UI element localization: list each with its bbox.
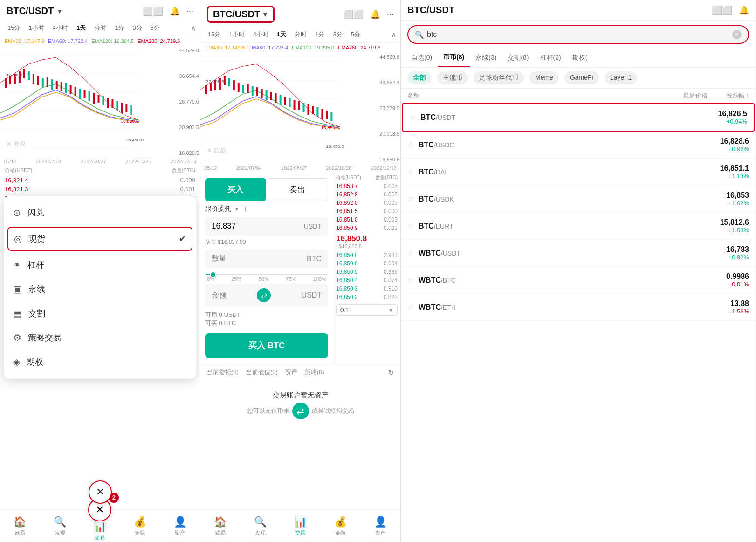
left-alert-icon[interactable]: 🔔: [170, 6, 180, 16]
right-coin-wbtcusdt[interactable]: ☆ WBTC/USDT 16,783 +0.92%: [401, 240, 756, 267]
right-coin-btcusdt[interactable]: ☆ BTC/USDT 16,826.5 +0.94%: [402, 103, 755, 132]
right-coin-btcusdc[interactable]: ☆ BTC/USDC 16,828.6 +0.96%: [401, 132, 756, 159]
left-tab-home[interactable]: 🏠 欧易: [0, 516, 40, 536]
right-coin-star-5[interactable]: ☆: [407, 222, 414, 230]
right-coin-btceurt[interactable]: ☆ BTC/EURT 15,812.6 +1.03%: [401, 213, 756, 240]
right-coin-star-4[interactable]: ☆: [407, 195, 414, 203]
right-coin-star-7[interactable]: ☆: [407, 276, 414, 285]
right-cat-delivery[interactable]: 交割(8): [502, 49, 534, 67]
right-subcat-layer1[interactable]: Layer 1: [605, 71, 638, 84]
mid-qty-input[interactable]: 0.1 ▼: [336, 304, 398, 316]
mid-slider-thumb[interactable]: [210, 271, 216, 278]
right-subcat-fans[interactable]: 足球粉丝代币: [474, 71, 524, 84]
right-subcat-meme[interactable]: Meme: [529, 71, 559, 84]
mid-tab-tick[interactable]: 分时: [291, 28, 310, 41]
mid-slider-track[interactable]: [206, 274, 327, 275]
right-coin-wbtceth[interactable]: ☆ WBTC/ETH 13.88 -1.56%: [401, 294, 756, 321]
mid-pair-title-bordered[interactable]: BTC/USDT ▼: [207, 6, 275, 23]
left-tab-4h[interactable]: 4小时: [49, 22, 72, 34]
right-alert-icon[interactable]: 🔔: [739, 5, 749, 15]
left-tab-discover[interactable]: 🔍 发现: [40, 516, 80, 536]
left-tab-tick[interactable]: 分时: [90, 22, 110, 34]
right-cat-perpetual[interactable]: 永续(3): [470, 49, 502, 67]
mid-order-type-info[interactable]: ℹ: [244, 205, 247, 213]
left-tab-1m[interactable]: 1分: [111, 22, 128, 34]
left-tab-1h[interactable]: 1小时: [25, 22, 48, 34]
mid-tab-assets[interactable]: 资产: [285, 368, 297, 377]
mid-tab-expand[interactable]: ∧: [391, 30, 397, 39]
right-cat-options[interactable]: 期权(: [567, 49, 593, 67]
mid-buy-button[interactable]: 买入: [205, 178, 266, 201]
right-coin-wbtcbtc[interactable]: ☆ WBTC/BTC 0.9986 -0.01%: [401, 267, 756, 294]
right-cat-spot[interactable]: 币币(8): [438, 49, 470, 67]
right-coin-btcusdk[interactable]: ☆ BTC/USDK 16,853 +1.02%: [401, 186, 756, 213]
options-icon: ◈: [13, 356, 20, 368]
left-tab-15m[interactable]: 15分: [4, 22, 24, 34]
left-menu-flashswap[interactable]: ⊙ 闪兑: [4, 201, 196, 225]
mid-charge-icon[interactable]: ⇄: [292, 403, 309, 419]
left-dropdown-arrow[interactable]: ▼: [56, 7, 63, 15]
left-tab-5m[interactable]: 5分: [147, 22, 164, 34]
right-coin-star-2[interactable]: ☆: [407, 140, 414, 149]
mid-amount-row[interactable]: 金额 ⇄ USDT: [205, 284, 328, 307]
right-coin-star-8[interactable]: ☆: [407, 303, 414, 312]
left-dropdown-close[interactable]: ✕: [89, 480, 112, 504]
mid-tab-strategy[interactable]: 策略(0): [305, 368, 324, 377]
mid-alert-icon[interactable]: 🔔: [370, 9, 380, 20]
mid-tab-discover[interactable]: 🔍 发现: [241, 516, 281, 536]
mid-tab-current-positions[interactable]: 当前仓位(0): [246, 368, 278, 377]
left-tab-assets[interactable]: 👤 资产: [160, 516, 200, 536]
right-subcat-mainstream[interactable]: 主流币: [437, 71, 468, 84]
mid-tab-15m[interactable]: 15分: [204, 28, 224, 41]
mid-tab-finance[interactable]: 💰 金融: [320, 516, 360, 536]
mid-dropdown-arrow[interactable]: ▼: [262, 11, 268, 18]
left-pair-title[interactable]: BTC/USDT ▼: [7, 6, 63, 16]
right-coin-btcdai[interactable]: ☆ BTC/DAI 16,851.1 +1.13%: [401, 159, 756, 186]
mid-tab-trade[interactable]: 📊 交易: [281, 516, 321, 536]
right-search-input[interactable]: btc: [427, 30, 729, 39]
right-subcat-all[interactable]: 全部: [407, 71, 432, 84]
mid-tab-1m[interactable]: 1分: [311, 28, 328, 41]
mid-chart-icon[interactable]: ⬜⬜: [343, 9, 364, 20]
right-col-change[interactable]: 涨跌幅 ↕: [726, 91, 749, 100]
left-chart-icon[interactable]: ⬜⬜: [143, 6, 163, 16]
right-subcat-gamefi[interactable]: GameFi: [564, 71, 599, 84]
left-menu-leverage[interactable]: ⚭ 杠杆: [4, 253, 196, 277]
mid-tab-1h[interactable]: 1小时: [225, 28, 248, 41]
right-coin-star-3[interactable]: ☆: [407, 167, 414, 176]
right-search-clear[interactable]: ✕: [732, 30, 742, 39]
mid-tab-3m[interactable]: 3分: [329, 28, 346, 41]
left-tab-finance[interactable]: 💰 金融: [120, 516, 160, 536]
mid-tab-4h[interactable]: 4小时: [249, 28, 272, 41]
left-menu-delivery[interactable]: ▤ 交割: [4, 301, 196, 326]
mid-transfer-icon[interactable]: ⇄: [257, 288, 271, 302]
left-menu-options[interactable]: ◈ 期权: [4, 350, 196, 374]
left-more-icon[interactable]: ···: [186, 6, 193, 16]
right-cat-leverage[interactable]: 杠杆(2): [535, 49, 567, 67]
right-coin-star-1[interactable]: ☆: [409, 113, 416, 122]
mid-tab-5m[interactable]: 5分: [347, 28, 364, 41]
left-menu-spot[interactable]: ◎ 现货 ✔: [7, 227, 192, 251]
right-coin-star-6[interactable]: ☆: [407, 249, 414, 257]
right-search-box[interactable]: 🔍 btc ✕: [407, 25, 749, 44]
mid-tab-assets[interactable]: 👤 资产: [360, 516, 400, 536]
left-menu-perpetual[interactable]: ▣ 永续: [4, 277, 196, 301]
mid-tab-current-orders[interactable]: 当前委托(0): [207, 368, 239, 377]
left-tab-trade[interactable]: ✕ 📊 交易 2: [80, 511, 120, 541]
left-tab-expand[interactable]: ∧: [191, 24, 196, 33]
left-tab-3m[interactable]: 3分: [129, 22, 145, 34]
mid-price-row[interactable]: 16,837 USDT: [205, 217, 328, 236]
left-tab-1d[interactable]: 1天: [73, 22, 89, 34]
mid-refresh-icon[interactable]: ↻: [388, 368, 394, 377]
mid-amount-currency: USDT: [301, 291, 322, 299]
mid-tab-home[interactable]: 🏠 欧易: [200, 516, 241, 536]
mid-sell-button[interactable]: 卖出: [267, 178, 329, 201]
right-chart-icon[interactable]: ⬜⬜: [712, 5, 732, 15]
right-cat-favorite[interactable]: 自选(0): [405, 49, 438, 67]
mid-more-icon[interactable]: ···: [387, 9, 394, 19]
mid-order-type[interactable]: 限价委托: [205, 205, 231, 213]
mid-qty-row[interactable]: 数量 BTC: [205, 249, 328, 268]
left-menu-strategy[interactable]: ⚙ 策略交易: [4, 326, 196, 350]
mid-buy-btc-button[interactable]: 买入 BTC: [205, 333, 328, 358]
mid-tab-1d[interactable]: 1天: [273, 28, 290, 41]
